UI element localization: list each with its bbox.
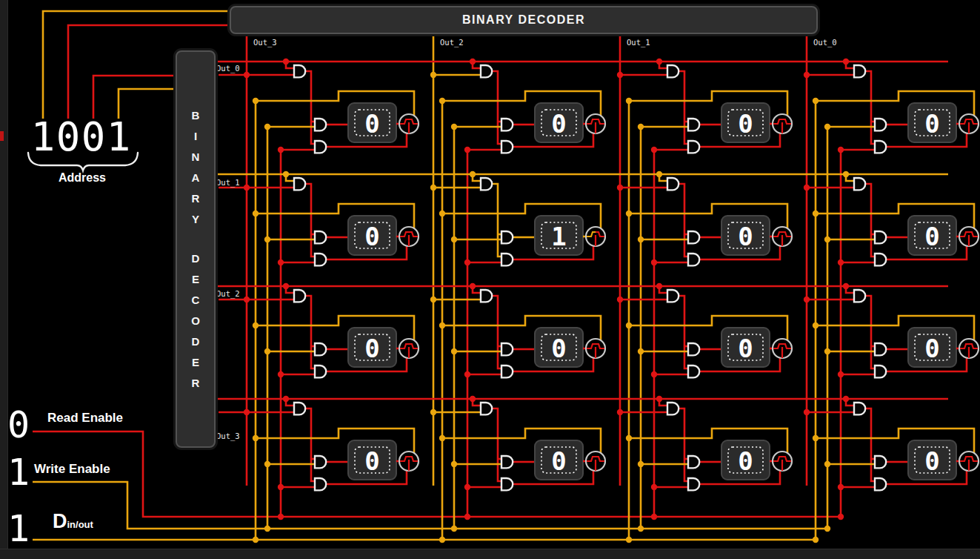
wire	[866, 408, 875, 481]
and-gate[interactable]	[294, 403, 305, 414]
and-gate[interactable]	[501, 478, 513, 490]
and-gate[interactable]	[875, 119, 886, 130]
wire	[493, 71, 501, 144]
and-gate[interactable]	[854, 403, 865, 414]
wire	[866, 296, 875, 368]
wire-junction-dot	[804, 297, 810, 302]
wire-junction-dot	[843, 171, 849, 177]
and-gate[interactable]	[875, 254, 886, 265]
read-enable-value[interactable]: 0	[7, 406, 30, 443]
read-enable-label: Read Enable	[47, 411, 123, 426]
left-decoder-output-label: Out_0	[216, 64, 240, 73]
and-gate[interactable]	[315, 343, 326, 355]
and-gate[interactable]	[481, 403, 492, 414]
wire-junction-dot	[264, 461, 270, 467]
and-gate[interactable]	[315, 119, 326, 130]
and-gate[interactable]	[875, 456, 886, 468]
and-gate[interactable]	[315, 478, 326, 490]
and-gate[interactable]	[501, 141, 513, 153]
wire-junction-dot	[244, 409, 250, 415]
and-gate[interactable]	[667, 178, 679, 190]
wire-junction-dot	[253, 322, 259, 328]
and-gate[interactable]	[854, 290, 865, 302]
address-bit-digit[interactable]: 0	[81, 117, 106, 157]
and-gate[interactable]	[875, 478, 886, 490]
wire-junction-dot	[278, 484, 284, 490]
and-gate[interactable]	[875, 366, 886, 377]
and-gate[interactable]	[294, 65, 305, 77]
wire-junction-dot	[470, 59, 476, 64]
left-binary-decoder-chip[interactable]: BINARYDECODER	[176, 50, 216, 448]
wire-junction-dot	[264, 526, 270, 532]
and-gate[interactable]	[481, 65, 492, 77]
left-decoder-title-letter: Y	[192, 214, 199, 225]
and-gate[interactable]	[875, 141, 886, 153]
and-gate[interactable]	[501, 119, 513, 130]
wire-junction-dot	[430, 185, 436, 191]
wire-junction-dot	[838, 514, 844, 520]
and-gate[interactable]	[315, 366, 326, 377]
wire	[679, 184, 688, 257]
and-gate[interactable]	[875, 231, 886, 243]
wire-junction-dot	[813, 98, 819, 104]
and-gate[interactable]	[667, 65, 679, 77]
and-gate[interactable]	[688, 366, 699, 377]
wire-junction-dot	[804, 409, 810, 415]
wire-junction-dot	[451, 526, 457, 532]
wire	[306, 408, 315, 481]
and-gate[interactable]	[501, 366, 513, 377]
and-gate[interactable]	[667, 403, 679, 414]
and-gate[interactable]	[688, 478, 699, 490]
top-binary-decoder-chip[interactable]: BINARY DECODER	[230, 6, 818, 34]
and-gate[interactable]	[688, 456, 699, 468]
wire-junction-dot	[617, 72, 623, 78]
and-gate[interactable]	[501, 231, 513, 243]
wire-junction-dot	[283, 396, 289, 402]
and-gate[interactable]	[875, 343, 886, 355]
wire-junction-dot	[439, 537, 445, 543]
and-gate[interactable]	[501, 343, 513, 355]
wire	[306, 184, 315, 257]
wire	[493, 408, 501, 481]
and-gate[interactable]	[688, 119, 699, 130]
wire-junction-dot	[470, 171, 476, 177]
wire	[866, 184, 875, 257]
memory-cell-value: 0	[551, 109, 566, 139]
circuit-canvas[interactable]: 0000010000000000Out_3Out_2Out_1Out_0Out_…	[0, 0, 980, 559]
and-gate[interactable]	[481, 290, 492, 302]
memory-cell-value: 0	[738, 446, 753, 476]
wire-junction-dot	[813, 537, 819, 543]
wire-junction-dot	[439, 322, 445, 328]
and-gate[interactable]	[667, 290, 679, 302]
and-gate[interactable]	[688, 141, 699, 153]
and-gate[interactable]	[854, 178, 865, 190]
wire-junction-dot	[824, 124, 830, 130]
and-gate[interactable]	[501, 456, 513, 468]
wire-junction-dot	[813, 435, 819, 441]
wire-junction-dot	[430, 297, 436, 302]
address-bit-digit[interactable]: 1	[107, 117, 131, 157]
and-gate[interactable]	[501, 254, 513, 265]
wire-junction-dot	[651, 371, 657, 377]
wire-junction-dot	[451, 124, 457, 130]
and-gate[interactable]	[294, 290, 305, 302]
and-gate[interactable]	[688, 343, 699, 355]
address-bit-digit[interactable]: 1	[31, 117, 56, 157]
and-gate[interactable]	[688, 231, 699, 243]
data-in-out-value[interactable]: 1	[7, 510, 30, 547]
wire	[93, 76, 176, 119]
and-gate[interactable]	[315, 231, 326, 243]
wire-junction-dot	[451, 236, 457, 242]
and-gate[interactable]	[294, 178, 305, 190]
and-gate[interactable]	[315, 254, 326, 265]
address-bit-digit[interactable]: 0	[56, 117, 81, 157]
wire	[33, 482, 827, 529]
wire	[493, 184, 501, 257]
and-gate[interactable]	[315, 456, 326, 468]
and-gate[interactable]	[688, 254, 699, 265]
write-enable-value[interactable]: 1	[7, 454, 30, 491]
and-gate[interactable]	[481, 178, 492, 190]
offscreen-wire-marker	[0, 131, 4, 141]
and-gate[interactable]	[315, 141, 326, 153]
and-gate[interactable]	[854, 65, 865, 77]
